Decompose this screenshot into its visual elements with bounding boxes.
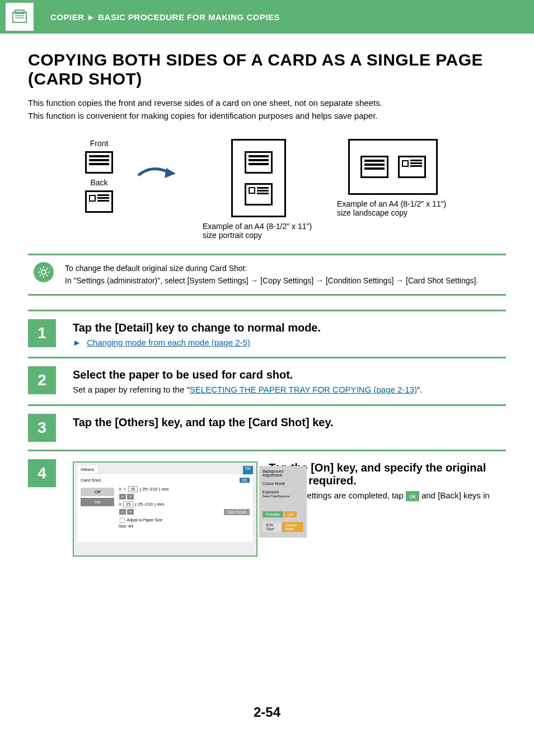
minus-button-2[interactable]: − xyxy=(119,509,126,515)
step-4: 4 Others OK Card Shot OK Off On xyxy=(28,450,506,564)
page-title: COPYING BOTH SIDES OF A CARD AS A SINGLE… xyxy=(28,50,506,88)
source-cards: Front Back xyxy=(85,139,113,217)
ca-button[interactable]: CA xyxy=(284,511,297,517)
ok-inline-icon: ok xyxy=(406,491,419,502)
off-button[interactable]: Off xyxy=(81,488,114,496)
panel-ok-inner[interactable]: OK xyxy=(240,478,250,483)
paper-tray-link[interactable]: SELECTING THE PAPER TRAY FOR COPYING (pa… xyxy=(190,385,417,394)
x-range: ( 25~210 ) mm xyxy=(135,502,164,507)
step-2: 2 Select the paper to be used for card s… xyxy=(28,357,506,404)
card-back-icon xyxy=(85,190,113,213)
step-number: 2 xyxy=(28,366,56,394)
header-bar: COPIER ► BASIC PROCEDURE FOR MAKING COPI… xyxy=(0,0,534,34)
adjust-label: Adjust to Paper Size xyxy=(127,518,162,522)
y-label: Y xyxy=(123,487,126,492)
breadcrumb-sep: ► xyxy=(87,12,95,22)
copier-icon xyxy=(6,3,34,31)
x-label-2: X xyxy=(119,502,121,507)
diagram: Front Back Example of an A4 (8-1/2" x 11… xyxy=(28,139,506,240)
breadcrumb-page[interactable]: BASIC PROCEDURE FOR MAKING COPIES xyxy=(98,12,280,22)
note-box: To change the default original size duri… xyxy=(28,254,506,296)
y-range: ( 25~210 ) mm xyxy=(139,487,168,492)
arrow-icon xyxy=(135,139,180,186)
note-text: To change the default original size duri… xyxy=(65,262,478,287)
adjust-checkbox[interactable] xyxy=(120,518,125,523)
x-input[interactable]: 25 xyxy=(123,501,133,507)
portrait-caption: Example of an A4 (8-1/2" x 11") size por… xyxy=(203,222,315,240)
changing-mode-link[interactable]: Changing mode from each mode (page 2-5) xyxy=(87,338,250,347)
portrait-example: Example of an A4 (8-1/2" x 11") size por… xyxy=(203,139,315,240)
panel-cardshot-label: Card Shot xyxy=(81,478,101,483)
landscape-sheet-icon xyxy=(348,139,438,195)
side-bg-adjust[interactable]: Background Adjustment xyxy=(261,468,305,478)
settings-gear-icon xyxy=(34,262,54,282)
landscape-caption: Example of an A4 (8-1/2" x 11") size lan… xyxy=(337,199,449,217)
size-reset-button[interactable]: Size Reset xyxy=(224,509,250,515)
side-exposure[interactable]: ExposureSelect Type/Exposure xyxy=(261,489,305,499)
card-front-icon xyxy=(85,151,113,174)
on-button[interactable]: On xyxy=(81,498,114,506)
card-shot-panel: Others OK Card Shot OK Off On xyxy=(73,461,257,557)
panel-ok-top[interactable]: OK xyxy=(243,466,253,474)
step-title: Select the paper to be used for card sho… xyxy=(73,368,506,381)
breadcrumb: COPIER ► BASIC PROCEDURE FOR MAKING COPI… xyxy=(50,12,280,22)
step-title: Tap the [Detail] key to change to normal… xyxy=(73,321,506,334)
minus-button[interactable]: − xyxy=(119,494,126,500)
step-number: 4 xyxy=(28,459,56,487)
side-colour-mode[interactable]: Colour Mode xyxy=(261,480,305,487)
svg-point-4 xyxy=(41,270,46,274)
plus-button-2[interactable]: + xyxy=(127,509,134,515)
preview-button[interactable]: Preview xyxy=(263,511,283,517)
page-number: 2-54 xyxy=(28,704,506,720)
panel-others-tab[interactable]: Others xyxy=(77,466,97,473)
back-label: Back xyxy=(90,178,107,187)
side-panel: Background Adjustment Colour Mode Exposu… xyxy=(259,466,307,538)
link-arrow-icon: ► xyxy=(73,338,81,347)
breadcrumb-section[interactable]: COPIER xyxy=(50,12,85,22)
bw-start-button[interactable]: B/W Start xyxy=(263,522,281,532)
step-number: 3 xyxy=(28,414,56,442)
x-label: X xyxy=(119,487,121,492)
step-1: 1 Tap the [Detail] key to change to norm… xyxy=(28,310,506,357)
plus-button[interactable]: + xyxy=(127,494,134,500)
front-label: Front xyxy=(90,139,109,148)
landscape-example: Example of an A4 (8-1/2" x 11") size lan… xyxy=(337,139,449,217)
step-3: 3 Tap the [Others] key, and tap the [Car… xyxy=(28,404,506,450)
colour-start-button[interactable]: Colour Start xyxy=(282,522,303,532)
y-input[interactable]: 25 xyxy=(128,486,138,492)
portrait-sheet-icon xyxy=(231,139,286,217)
step-title: Tap the [Others] key, and tap the [Card … xyxy=(73,416,506,429)
intro-text: This function copies the front and rever… xyxy=(28,97,506,122)
step-number: 1 xyxy=(28,319,56,347)
